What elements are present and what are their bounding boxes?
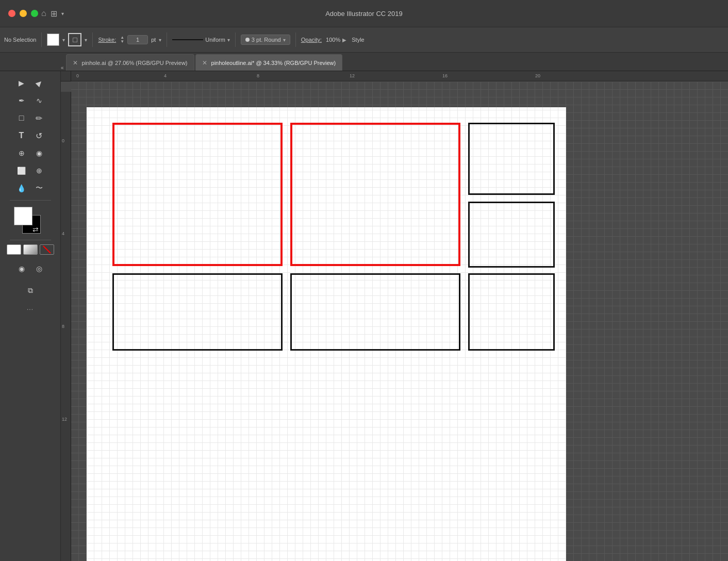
layers-icon: ⧉ [28,286,33,295]
stroke-unit: pt [151,37,156,43]
canvas-area[interactable]: 0 4 8 12 16 20 0 4 8 12 [61,71,728,561]
opacity-value[interactable]: 100% [326,37,340,43]
maximize-button[interactable] [31,10,38,17]
line-style-dropdown[interactable]: ▾ [227,37,230,43]
point-style-dropdown[interactable]: ▾ [283,37,286,43]
paintbrush-tool[interactable]: ✏ [31,110,47,126]
grid-icon[interactable]: ⊞ [51,9,57,19]
rect-red-1[interactable] [112,123,283,266]
minimize-button[interactable] [20,10,27,17]
rect-black-top-right[interactable] [468,123,555,195]
ruler-left-mark-8: 8 [62,324,64,329]
point-style-selector[interactable]: 3 pt. Round ▾ [241,35,290,45]
shape-builder-tool[interactable]: ⊕ [14,145,29,161]
zoom-tool[interactable]: ⊕ [31,163,47,178]
color-mode-gradient[interactable] [23,244,38,255]
canvas-background[interactable] [71,81,728,561]
fill-swatch[interactable] [47,34,59,46]
ruler-mark-16: 16 [442,73,448,78]
tool-row-2: ✒ ∿ [14,93,47,108]
dropdown-icon[interactable]: ▾ [61,11,64,16]
ruler-mark-0: 0 [76,73,79,78]
home-icon[interactable]: ⌂ [41,9,46,18]
color-mode-none[interactable] [40,244,54,255]
left-collapse-icon[interactable]: « [61,65,64,71]
tool-row-extra: ◉ ◎ [14,261,47,276]
stroke-label: Stroke: [98,37,116,43]
left-toolbar: ▶ ▶ ✒ ∿ □ ✏ T ↺ [0,71,61,561]
stroke-unit-dropdown[interactable]: ▾ [159,37,161,43]
tab-pinholeoutline-label: pinholeoutline.ai* @ 34.33% (RGB/GPU Pre… [211,60,336,66]
ruler-left-mark-4: 4 [62,231,64,236]
selection-label: No Selection [4,37,36,43]
puppet-warp-tool[interactable]: ◎ [31,261,47,276]
close-button[interactable] [8,10,15,17]
artboard-icon: ⬜ [17,167,26,175]
artboard-tool[interactable]: ⬜ [14,163,29,178]
tab-pinholeoutline[interactable]: ✕ pinholeoutline.ai* @ 34.33% (RGB/GPU P… [195,54,343,71]
line-style-selector[interactable]: Uniform ▾ [172,37,230,43]
direct-selection-icon: ▶ [34,78,44,88]
rect-black-bottom-left[interactable] [112,273,283,351]
sep2 [92,32,93,47]
paintbrush-icon: ✏ [36,113,42,123]
stroke-stepper[interactable]: ▲▼ [120,36,124,44]
tab-pinhole-close-icon[interactable]: ✕ [73,59,78,67]
puppet-warp-icon: ◎ [36,265,42,273]
rotate-icon: ↺ [36,131,42,141]
opacity-label: Opacity: [301,37,322,43]
opacity-arrow[interactable]: ▶ [342,37,346,43]
rect-black-bottom-center[interactable] [290,273,460,351]
blob-brush-tool[interactable]: ◉ [31,145,47,161]
tool-row-4: T ↺ [14,128,47,143]
rect-black-bottom-right[interactable] [468,273,555,351]
shape-builder-icon: ⊕ [19,149,25,157]
fill-dropdown-arrow[interactable]: ▾ [62,37,65,43]
eyedropper-tool[interactable]: 💧 [14,180,29,196]
tab-pinholeoutline-close-icon[interactable]: ✕ [202,59,207,67]
eyedropper-icon: 💧 [17,184,26,192]
rect-black-mid-right[interactable] [468,202,555,268]
stroke-box-dropdown[interactable]: ▾ [85,37,87,43]
type-tool[interactable]: T [14,128,29,143]
stroke-value[interactable]: 1 [127,35,148,44]
rect-red-2[interactable] [290,123,460,266]
line-style-label: Uniform [205,37,225,43]
blob-brush-icon: ◉ [36,149,42,157]
tool-row-1: ▶ ▶ [14,75,47,91]
stroke-icon-box[interactable]: □ [68,33,81,46]
tool-separator-1 [10,200,51,201]
selection-tool-icon: ▶ [19,79,24,87]
sep1 [41,32,42,47]
rotate-tool[interactable]: ↺ [31,128,47,143]
artboard [87,107,566,561]
color-swatches: ⇄ [14,207,47,236]
curvature-icon: ∿ [36,96,42,105]
focus-mode-tool[interactable]: ◉ [14,261,29,276]
selection-tool[interactable]: ▶ [14,75,29,91]
tool-separator-2 [10,240,51,240]
title-bar: ⌂ ⊞ ▾ Adobe Illustrator CC 2019 [0,0,728,27]
fill-color-swatch[interactable] [14,207,32,225]
layers-tool[interactable]: ⧉ [23,283,38,298]
warp-tool[interactable]: 〜 [31,180,47,196]
tab-pinhole-label: pinhole.ai @ 27.06% (RGB/GPU Preview) [82,60,188,66]
stroke-box-icon: □ [73,36,77,44]
opacity-control: Opacity: 100% ▶ [301,37,347,43]
color-mode-solid[interactable] [7,244,21,255]
tool-row-6: ⬜ ⊕ [14,163,47,178]
more-tools-button[interactable]: ... [27,304,34,311]
tab-pinhole[interactable]: ✕ pinhole.ai @ 27.06% (RGB/GPU Preview) [66,54,194,71]
style-label: Style [352,37,364,43]
stroke-line-preview [172,39,203,40]
ruler-left-mark-0: 0 [62,138,64,143]
pen-tool[interactable]: ✒ [14,93,29,108]
swap-colors-icon[interactable]: ⇄ [32,225,39,234]
rectangle-tool[interactable]: □ [14,110,29,126]
direct-selection-tool[interactable]: ▶ [31,75,47,91]
tool-row-7: 💧 〜 [14,180,47,196]
type-icon: T [19,131,24,140]
tool-row-5: ⊕ ◉ [14,145,47,161]
curvature-tool[interactable]: ∿ [31,93,47,108]
ruler-mark-20: 20 [535,73,540,78]
